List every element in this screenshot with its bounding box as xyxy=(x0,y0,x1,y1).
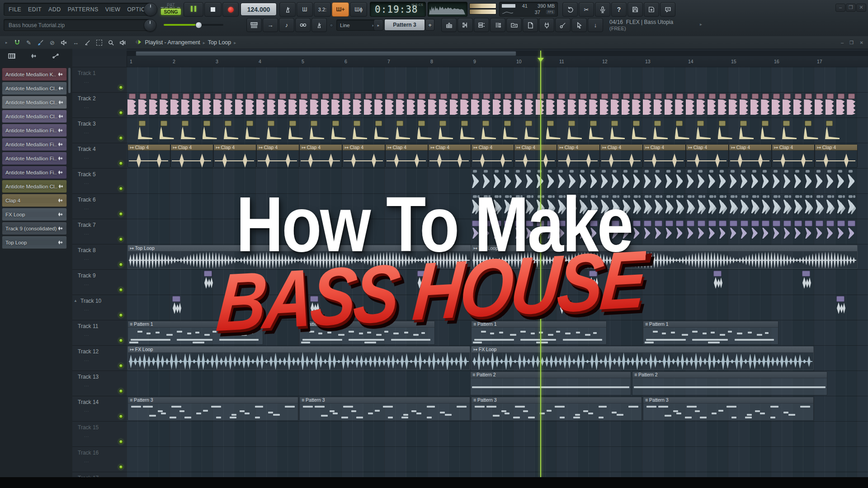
clip-mini-audio[interactable] xyxy=(172,296,183,315)
clip-hat[interactable] xyxy=(761,121,776,140)
clip-spike-h[interactable] xyxy=(740,221,749,241)
pat-mode-label[interactable]: PAT xyxy=(160,2,181,8)
clip-spike[interactable] xyxy=(665,170,674,191)
clip-hat[interactable] xyxy=(804,121,819,140)
clip-spike[interactable] xyxy=(772,195,781,216)
clip-kick[interactable] xyxy=(299,94,308,115)
clip-pattern[interactable]: ≡ Pattern 3 xyxy=(643,397,814,421)
clip-hat[interactable] xyxy=(696,121,712,140)
clip-clap[interactable]: ↦ Clap 4 xyxy=(557,144,600,168)
clip-spike[interactable] xyxy=(740,170,749,191)
wait-for-input-button[interactable]: Ш xyxy=(297,2,313,17)
clip-kick[interactable] xyxy=(127,94,137,115)
clip-kick[interactable] xyxy=(697,94,706,115)
clip-hat[interactable] xyxy=(524,121,540,140)
tab-audio[interactable] xyxy=(30,52,38,61)
ruler-bar-16[interactable]: 16 xyxy=(774,59,779,64)
clip-mini-audio[interactable] xyxy=(713,271,724,290)
picker-item[interactable]: Clap 4 xyxy=(2,194,67,207)
track-mute-led[interactable] xyxy=(119,111,123,115)
clip-kick[interactable] xyxy=(514,94,523,115)
slip-tool-button[interactable]: ↔ xyxy=(70,38,82,47)
clip-kick[interactable] xyxy=(396,94,405,115)
track-label[interactable]: Track 1 xyxy=(78,70,96,76)
playlist-maximize-button[interactable]: ❐ xyxy=(849,40,854,45)
clip-hat[interactable] xyxy=(138,121,153,140)
clip-kick[interactable] xyxy=(170,94,179,115)
clip-spike-h[interactable] xyxy=(751,221,760,241)
draw-tool-button[interactable]: ✎ xyxy=(23,38,35,47)
touch-button[interactable] xyxy=(571,18,587,32)
clip-spike[interactable] xyxy=(686,195,695,216)
song-mode-label[interactable]: SONG xyxy=(160,8,181,15)
menu-item-file[interactable]: FILE xyxy=(9,6,21,13)
menu-item-patterns[interactable]: PATTERNS xyxy=(68,6,99,13)
clip-kick[interactable] xyxy=(203,94,212,115)
ruler-bar-7[interactable]: 7 xyxy=(387,59,390,64)
clip-spike[interactable] xyxy=(804,170,813,191)
clip-clap[interactable]: ↦ Clap 4 xyxy=(772,144,815,168)
ruler-bar-6[interactable]: 6 xyxy=(344,59,347,64)
clip-kick[interactable] xyxy=(321,94,330,115)
clip-spike-h[interactable] xyxy=(718,221,727,241)
track-label[interactable]: Track 12 xyxy=(78,348,99,355)
ruler-bar-13[interactable]: 13 xyxy=(645,59,651,64)
picker-scrollbar[interactable] xyxy=(68,68,71,93)
track-mute-led[interactable] xyxy=(119,414,123,418)
clip-spike[interactable] xyxy=(847,170,856,191)
clip-kick[interactable] xyxy=(224,94,233,115)
clip-kick[interactable] xyxy=(783,94,792,115)
clip-hat[interactable] xyxy=(288,121,304,140)
clip-spike[interactable] xyxy=(794,195,802,216)
ruler-bar-1[interactable]: 1 xyxy=(130,59,132,64)
clip-hat[interactable] xyxy=(718,121,733,140)
track-label[interactable]: Track 7 xyxy=(78,222,96,228)
clip-spike[interactable] xyxy=(675,170,684,191)
precount-button[interactable]: 3.2: xyxy=(314,2,331,17)
clip-hat[interactable] xyxy=(396,121,411,140)
clip-kick[interactable] xyxy=(847,94,856,115)
clip-hat[interactable] xyxy=(675,121,690,140)
mixer-button[interactable] xyxy=(490,18,505,32)
track-label[interactable]: Track 4 xyxy=(78,146,96,152)
clip-spike[interactable] xyxy=(783,195,792,216)
playhead-marker[interactable] xyxy=(538,58,544,62)
clip-clap[interactable]: ↦ Clap 4 xyxy=(256,144,299,168)
picker-item[interactable]: Antidote Medallion Fi.. xyxy=(2,138,67,151)
clip-clap[interactable]: ↦ Clap 4 xyxy=(342,144,385,168)
ruler-bar-15[interactable]: 15 xyxy=(731,59,736,64)
track-label[interactable]: Track 14 xyxy=(78,399,99,405)
clip-kick[interactable] xyxy=(772,94,781,115)
link-controllers-button[interactable] xyxy=(295,18,311,32)
clip-clap[interactable]: ↦ Clap 4 xyxy=(729,144,772,168)
ruler-bar-10[interactable]: 10 xyxy=(516,59,522,64)
clip-kick[interactable] xyxy=(364,94,373,115)
clip-hat[interactable] xyxy=(739,121,755,140)
track-label[interactable]: Track 11 xyxy=(78,323,98,329)
clip-pattern[interactable]: ≡ Pattern 1 xyxy=(643,321,778,345)
clip-spike-h[interactable] xyxy=(794,221,802,241)
clip-hat[interactable] xyxy=(417,121,433,140)
oscilloscope[interactable] xyxy=(428,2,467,17)
metronome-button[interactable] xyxy=(279,2,296,17)
clip-kick[interactable] xyxy=(503,94,512,115)
about-button[interactable] xyxy=(660,2,675,17)
clip-clap[interactable]: ↦ Clap 4 xyxy=(686,144,729,168)
track-label[interactable]: Track 5 xyxy=(78,171,96,178)
help-button[interactable]: ? xyxy=(611,2,627,17)
clip-hat[interactable] xyxy=(653,121,669,140)
loop-record-button[interactable]: Шϕ xyxy=(350,2,367,17)
clip-kick[interactable] xyxy=(826,94,835,115)
pattern-menu-button[interactable]: ▸ xyxy=(373,19,383,31)
track-mute-led[interactable] xyxy=(119,288,123,292)
record-button[interactable] xyxy=(222,2,239,17)
clip-spike[interactable] xyxy=(847,195,856,216)
clip-kick[interactable] xyxy=(589,94,598,115)
clip-kick[interactable] xyxy=(611,94,620,115)
menu-item-view[interactable]: VIEW xyxy=(105,6,121,13)
menu-item-add[interactable]: ADD xyxy=(48,6,61,13)
clip-hat[interactable] xyxy=(160,121,175,140)
multilink-button[interactable]: ♪ xyxy=(279,18,294,32)
clip-spike[interactable] xyxy=(804,195,813,216)
clip-kick[interactable] xyxy=(836,94,845,115)
